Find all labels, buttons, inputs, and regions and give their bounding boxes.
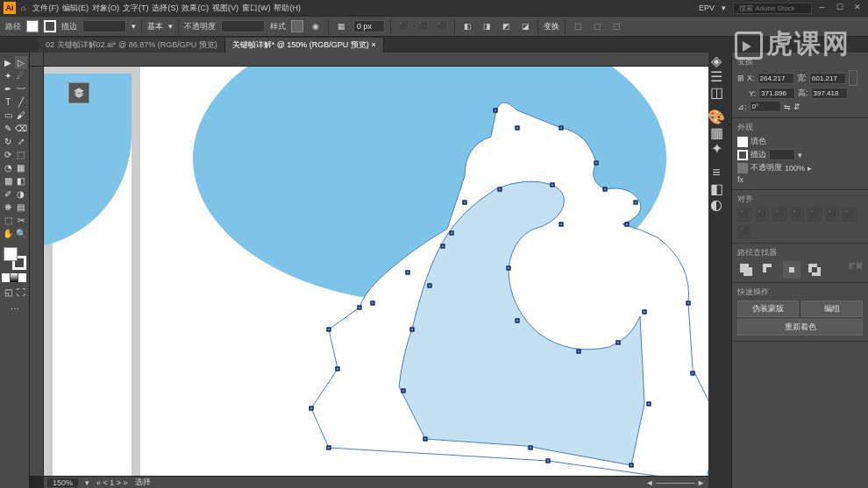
anchor-point[interactable] (450, 231, 454, 236)
fill-stroke-control[interactable] (2, 245, 27, 272)
anchor-point[interactable] (559, 126, 564, 131)
appearance-stroke-swatch[interactable] (737, 150, 748, 160)
distribute-v-icon[interactable]: ⬛ (737, 225, 751, 239)
anchor-point[interactable] (327, 446, 331, 450)
canvas[interactable] (44, 67, 708, 476)
artwork-overlay-path[interactable] (381, 176, 662, 476)
ruler-origin[interactable] (30, 53, 44, 67)
flip-v-icon[interactable]: ⇵ (793, 103, 800, 111)
ruler-horizontal[interactable] (44, 53, 708, 67)
tab-close-icon[interactable]: × (371, 40, 375, 49)
draw-mode-icon[interactable]: ◱ (2, 286, 15, 299)
magic-wand-tool-icon[interactable]: ✦ (2, 69, 15, 82)
ruler-vertical[interactable] (30, 67, 44, 476)
home-icon[interactable]: ⌂ (21, 4, 25, 12)
free-transform-tool-icon[interactable]: ⬚ (15, 148, 28, 161)
anchor-point[interactable] (371, 301, 375, 306)
layers-panel-icon[interactable]: ☰ (708, 68, 724, 84)
align-top-icon[interactable]: ⬛ (790, 208, 804, 222)
flip-h-icon[interactable]: ⇋ (784, 103, 791, 111)
gradient-mode-icon[interactable] (11, 273, 18, 282)
slice-tool-icon[interactable]: ✂ (15, 214, 28, 227)
anchor-point[interactable] (358, 306, 362, 310)
style-swatch[interactable] (291, 20, 303, 32)
blend-tool-icon[interactable]: ◑ (15, 187, 28, 201)
gradient-panel-icon[interactable]: ◧ (708, 180, 724, 196)
selection-tool-icon[interactable]: ▶ (2, 56, 15, 69)
tab-doc-2[interactable]: 关键帧详解* @ 150% (RGB/GPU 预览) × (225, 38, 384, 53)
menu-select[interactable]: 选择(S) (152, 3, 178, 14)
opacity-input[interactable] (221, 20, 265, 32)
line-tool-icon[interactable]: ╱ (15, 95, 28, 109)
menu-object[interactable]: 对象(O) (92, 3, 119, 14)
anchor-point[interactable] (327, 328, 331, 332)
anchor-point[interactable] (643, 310, 647, 315)
hand-tool-icon[interactable]: ✋ (2, 227, 15, 240)
tab-doc-1[interactable]: 02 关键帧详解02.ai* @ 86.87% (RGB/GPU 预览) (39, 38, 225, 53)
rotate-tool-icon[interactable]: ↻ (2, 135, 15, 148)
align-bottom-icon[interactable]: ⬛ (825, 208, 839, 222)
anchor-point[interactable] (463, 201, 467, 205)
brushes-panel-icon[interactable]: ✦ (708, 140, 724, 156)
align-vcenter-icon[interactable]: ⬛ (808, 208, 822, 222)
shape-mode-1-icon[interactable]: ◧ (460, 19, 474, 33)
type-tool-icon[interactable]: T (2, 95, 15, 109)
transform-angle-input[interactable] (750, 101, 781, 112)
shaper-tool-icon[interactable]: ✎ (2, 122, 15, 135)
anchor-point[interactable] (406, 271, 410, 275)
stroke-weight-input[interactable] (82, 20, 126, 32)
anchor-point[interactable] (336, 367, 340, 371)
anchor-point[interactable] (616, 341, 621, 345)
edit-toolbar-icon[interactable]: ⋯ (2, 302, 28, 315)
doc-setup-icon[interactable]: ◉ (309, 19, 323, 33)
anchor-point[interactable] (625, 223, 630, 227)
transform-x-input[interactable] (758, 73, 794, 84)
align-center-icon[interactable]: ⬛ (416, 19, 430, 33)
quick-action-group-button[interactable]: 编组 (801, 301, 863, 317)
transform-w-input[interactable] (809, 73, 846, 84)
gradient-tool-icon[interactable]: ◧ (15, 174, 28, 187)
anchor-point[interactable] (423, 437, 428, 442)
search-input[interactable] (733, 3, 812, 14)
isolate-icon[interactable]: ⬚ (571, 19, 585, 33)
scrollbar-horizontal[interactable]: ◄ ─────── ► (646, 478, 705, 487)
artboard-tool-icon[interactable]: ⬚ (2, 214, 15, 227)
anchor-point[interactable] (428, 284, 432, 288)
anchor-point[interactable] (603, 187, 608, 192)
link-wh-icon[interactable] (849, 70, 857, 86)
fill-swatch[interactable] (26, 20, 39, 32)
menu-edit[interactable]: 编辑(E) (62, 3, 89, 14)
appearance-stroke-input[interactable] (769, 149, 795, 160)
anchor-point[interactable] (687, 301, 691, 306)
properties-panel-icon[interactable]: ◈ (708, 53, 724, 68)
anchor-point[interactable] (402, 389, 406, 393)
pen-tool-icon[interactable]: ✒ (2, 82, 15, 95)
align-hcenter-icon[interactable]: ⬛ (755, 208, 769, 222)
scale-tool-icon[interactable]: ⤢ (15, 135, 28, 148)
artboard-nav[interactable]: « < 1 > » (96, 478, 128, 487)
pathfinder-expand[interactable]: 扩展 (849, 261, 863, 279)
menu-type[interactable]: 文字(T) (123, 3, 149, 14)
curvature-tool-icon[interactable]: 〰 (15, 82, 28, 95)
anchor-point[interactable] (630, 463, 634, 468)
appearance-fill-swatch[interactable] (737, 137, 748, 147)
align-right-icon[interactable]: ⬛ (435, 19, 449, 33)
edit-icon[interactable]: ⬚ (609, 19, 623, 33)
fx-label[interactable]: fx (737, 175, 743, 184)
transform-link[interactable]: 变换 (544, 21, 559, 32)
anchor-point[interactable] (691, 371, 695, 376)
pathfinder-minus-front-icon[interactable] (760, 261, 778, 279)
shape-mode-3-icon[interactable]: ◩ (499, 19, 513, 33)
minimize-icon[interactable]: ─ (819, 3, 829, 13)
align-icon[interactable]: ▦ (334, 19, 348, 33)
transform-h-input[interactable] (811, 88, 848, 99)
perspective-tool-icon[interactable]: ▦ (15, 161, 28, 174)
quick-action-mask-button[interactable]: 伪装蒙版 (737, 301, 799, 317)
menu-view[interactable]: 视图(V) (212, 3, 238, 14)
anchor-point[interactable] (498, 187, 502, 192)
align-right-icon[interactable]: ⬛ (772, 208, 786, 222)
mesh-tool-icon[interactable]: ▩ (2, 174, 15, 187)
stroke-panel-icon[interactable]: ≡ (708, 165, 724, 180)
rectangle-tool-icon[interactable]: ▭ (2, 109, 15, 122)
fill-color-icon[interactable] (4, 247, 18, 261)
